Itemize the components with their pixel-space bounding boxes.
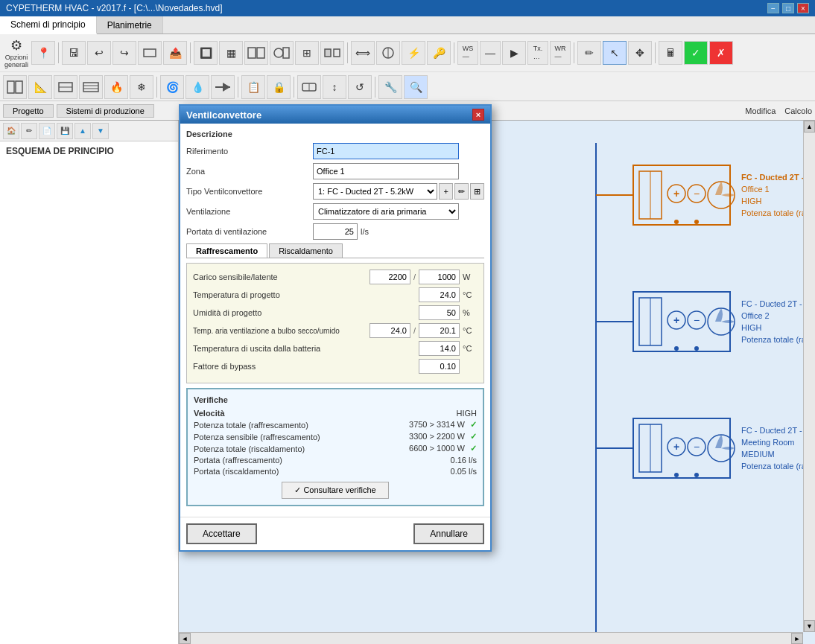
tool2-15[interactable]: 🔧 [378,75,402,99]
opzioni-generali-btn[interactable]: ⚙ Opzionigenerali [3,36,30,70]
tool-btn-10[interactable]: ⊞ [295,41,319,65]
tipo-select[interactable]: 1: FC - Ducted 2T - 5.2kW [313,183,437,200]
tipo-add-btn[interactable]: + [439,183,453,200]
carico-val2[interactable] [419,270,460,284]
tool2-13[interactable]: ↕ [323,75,346,99]
tool-btn-4[interactable] [138,41,162,65]
h-scrollbar[interactable]: ◄ ► [179,632,803,644]
v-scrollbar[interactable]: ▲ ▼ [803,121,815,632]
tool2-14[interactable]: ↺ [348,75,372,99]
temp-aria-val1[interactable] [370,323,410,338]
descrizione-title: Descrizione [186,130,484,138]
carico-val1[interactable] [370,270,410,284]
tab-sistemi[interactable]: Sistemi di produzione [57,104,154,118]
tool2-8[interactable]: 💧 [185,75,209,99]
play-btn[interactable]: ▶ [502,41,526,65]
tool-btn-6[interactable]: 🔲 [194,41,218,65]
consultare-btn[interactable]: ✓ Consultare verifiche [282,482,388,499]
maximize-btn[interactable]: □ [782,3,794,13]
tool2-12[interactable] [297,75,321,99]
svg-point-32 [674,220,679,224]
scroll-left-btn[interactable]: ◄ [179,633,191,644]
line-btn[interactable]: — [480,41,501,65]
tool-btn-14[interactable]: ⚡ [402,41,425,65]
sep1 [58,42,59,63]
svg-text:HIGH: HIGH [741,323,762,332]
tool-btn-2[interactable]: ↩ [87,41,111,65]
portata-raff-row: Portata (raffrescamento) 0.16 l/s [194,456,477,465]
tool-btn-8[interactable] [244,41,268,65]
tipo-grid-btn[interactable]: ⊞ [470,183,484,200]
tool-btn-5[interactable]: 📤 [163,41,187,65]
accept-btn[interactable]: Accettare [186,523,257,544]
tool-btn-15[interactable]: 🔑 [427,41,451,65]
tool-btn-3[interactable]: ↪ [112,41,136,65]
fattore-val[interactable] [419,359,460,374]
move-btn[interactable]: ✥ [628,41,652,65]
ws-btn[interactable]: WS— [457,41,478,65]
modal-close-btn[interactable]: × [472,109,484,121]
tree-item-esquema[interactable]: ESQUEMA DE PRINCIPIO [3,144,175,158]
select-btn[interactable]: ↖ [603,41,627,65]
tool2-11[interactable]: 🔒 [267,75,291,99]
tool-btn-1[interactable]: 🖫 [62,41,86,65]
tool-btn-13[interactable] [376,41,400,65]
edit-btn[interactable]: ✏ [577,41,601,65]
tool2-3[interactable] [54,75,77,99]
pot-totale-risc-label: Potenza totale (riscaldamento) [194,444,305,453]
cancel-btn[interactable]: Annullare [413,523,484,544]
scroll-down-btn[interactable]: ▼ [804,620,815,632]
tool2-2[interactable]: 📐 [28,75,52,99]
zona-input[interactable] [313,163,459,179]
wr-btn[interactable]: WR— [550,41,571,65]
umidita-row: Umidità di progetto % [193,305,478,320]
portata-label: Portata di ventilazione [186,227,313,236]
tool-btn-9[interactable] [270,41,294,65]
tool2-6[interactable]: ❄ [130,75,153,99]
riferimento-input[interactable] [313,143,459,159]
zoom-btn[interactable]: 🔍 [404,75,428,99]
tool2-1[interactable] [3,75,27,99]
svg-rect-5 [325,49,331,57]
tx-btn[interactable]: Tx.… [527,41,548,65]
umidita-val[interactable] [419,305,460,320]
scroll-up-btn[interactable]: ▲ [804,121,815,133]
tab-raffrescamento[interactable]: Raffrescamento [186,243,267,258]
temp-aria-divider: / [413,326,416,335]
tool2-10[interactable]: 📋 [241,75,265,99]
check-btn[interactable]: ✓ [684,41,708,65]
tool-btn-11[interactable] [320,41,344,65]
ventilazione-select[interactable]: Climatizzatore di aria primaria [313,203,459,220]
sidebar-btn-4[interactable]: 💾 [57,123,73,139]
sidebar-btn-2[interactable]: ✏ [21,123,37,139]
tab-progetto[interactable]: Progetto [3,104,54,118]
calc-btn[interactable]: 🖩 [659,41,682,65]
tab-riscaldamento[interactable]: Riscaldamento [269,243,343,258]
portata-raff-val: 0.16 l/s [451,456,477,465]
tool2-4[interactable] [79,75,103,99]
sidebar-btn-down[interactable]: ▼ [92,123,109,139]
temp-uscita-val[interactable] [419,341,460,356]
temp-aria-val2[interactable] [419,323,460,338]
tab-planimetrie[interactable]: Planimetrie [97,16,163,34]
sidebar-btn-up[interactable]: ▲ [74,123,91,139]
window-controls[interactable]: − □ × [767,3,809,13]
tool-btn-12[interactable]: ⟺ [351,41,375,65]
tool-btn-7[interactable]: ▦ [219,41,243,65]
temp-progetto-val[interactable] [419,287,460,302]
location-icon[interactable]: 📍 [31,41,55,65]
cross-btn[interactable]: ✗ [709,41,733,65]
close-btn[interactable]: × [797,3,809,13]
tool2-5[interactable]: 🔥 [104,75,128,99]
tab-schemi[interactable]: Schemi di principio [0,16,97,34]
tool2-9[interactable] [211,75,235,99]
sidebar-btn-1[interactable]: 🏠 [3,123,19,139]
portata-input[interactable] [313,223,358,240]
minimize-btn[interactable]: − [767,3,779,13]
tipo-edit-btn[interactable]: ✏ [454,183,469,200]
svg-point-42 [674,346,679,351]
scroll-right-btn[interactable]: ► [791,633,803,644]
pot-sens-raff-label: Potenza sensibile (raffrescamento) [194,433,320,441]
sidebar-btn-3[interactable]: 📄 [39,123,55,139]
tool2-7[interactable]: 🌀 [160,75,184,99]
